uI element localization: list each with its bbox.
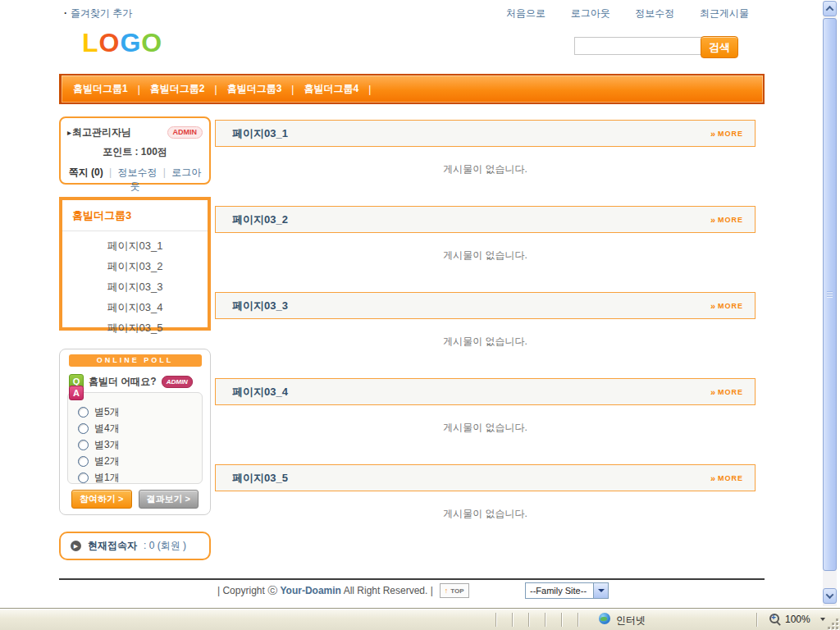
poll-result-button[interactable]: 결과보기 > bbox=[139, 490, 199, 509]
domain-link[interactable]: Your-Doamin bbox=[281, 585, 341, 596]
poll-option-label: 별3개 bbox=[94, 438, 120, 452]
status-separator bbox=[545, 613, 546, 627]
scrollbar-thumb[interactable] bbox=[823, 18, 837, 571]
poll-option-label: 별5개 bbox=[94, 405, 120, 419]
separator: | bbox=[109, 167, 112, 178]
profile-box: ▸최고관리자님 ADMIN 포인트 : 100점 쪽지 (0) | 정보수정 |… bbox=[59, 116, 211, 185]
up-arrow-icon: ↑ bbox=[445, 587, 449, 595]
sidebar-menu-title: 홈빌더그룹3 bbox=[62, 200, 208, 231]
family-site-select[interactable]: --Family Site-- bbox=[525, 582, 609, 599]
sidebar-item-page03-1[interactable]: 페이지03_1 bbox=[62, 235, 208, 256]
board-more-link[interactable]: »MORE bbox=[710, 387, 743, 397]
scroll-down-button[interactable] bbox=[823, 588, 837, 604]
board-title: 페이지03_5 bbox=[232, 471, 288, 486]
more-arrow-icon: » bbox=[710, 473, 715, 483]
board-empty-message: 게시물이 없습니다. bbox=[215, 249, 756, 262]
play-arrow-icon: ▶ bbox=[71, 541, 81, 551]
more-arrow-icon: » bbox=[710, 387, 715, 397]
family-site-value: --Family Site-- bbox=[530, 586, 587, 596]
status-separator bbox=[756, 613, 758, 627]
radio-button[interactable] bbox=[78, 407, 89, 418]
status-separator bbox=[495, 613, 497, 627]
select-dropdown-button[interactable] bbox=[593, 583, 608, 598]
poll-option: 별3개 bbox=[68, 436, 202, 453]
poll-option: 별5개 bbox=[68, 404, 202, 420]
site-logo[interactable]: LOGO bbox=[82, 28, 162, 58]
poll-option-label: 별1개 bbox=[94, 471, 120, 485]
poll-vote-button[interactable]: 참여하기 > bbox=[71, 490, 131, 509]
board-header: 페이지03_5 »MORE bbox=[215, 464, 756, 491]
admin-badge: ADMIN bbox=[167, 126, 203, 139]
board-more-link[interactable]: »MORE bbox=[710, 129, 743, 139]
board-title: 페이지03_4 bbox=[232, 385, 288, 399]
nav-group-3[interactable]: 홈빌더그룹3 bbox=[227, 82, 282, 96]
sidebar-item-page03-3[interactable]: 페이지03_3 bbox=[62, 276, 208, 297]
visitors-value: : 0 (회원 ) bbox=[144, 539, 186, 553]
vertical-scrollbar[interactable] bbox=[823, 1, 837, 606]
radio-button[interactable] bbox=[78, 456, 89, 467]
radio-button[interactable] bbox=[78, 472, 89, 483]
nav-separator: | bbox=[215, 84, 217, 95]
nav-separator: | bbox=[138, 84, 140, 95]
memo-link[interactable]: 쪽지 (0) bbox=[69, 167, 103, 178]
status-separator bbox=[528, 613, 530, 627]
footer-divider bbox=[59, 578, 765, 580]
poll-options-box: 별5개 별4개 별3개 별2개 별1개 bbox=[67, 392, 203, 484]
board-empty-message: 게시물이 없습니다. bbox=[215, 507, 756, 521]
internet-globe-icon bbox=[599, 613, 610, 624]
board-more-link[interactable]: »MORE bbox=[710, 301, 743, 311]
nav-separator: | bbox=[291, 84, 294, 95]
resize-grip[interactable] bbox=[827, 618, 838, 629]
logo-letter: O bbox=[141, 28, 162, 57]
board-title: 페이지03_3 bbox=[232, 299, 288, 313]
scroll-up-button[interactable] bbox=[823, 1, 837, 16]
board-header: 페이지03_2 »MORE bbox=[215, 206, 756, 233]
poll-admin-badge: ADMIN bbox=[162, 376, 193, 388]
browser-page: ·즐겨찾기 추가 처음으로 로그아웃 정보수정 최근게시물 LOGO 검색 홈빌… bbox=[0, 0, 840, 630]
chevron-down-icon bbox=[826, 591, 834, 599]
search-button[interactable]: 검색 bbox=[701, 36, 738, 58]
board-header: 페이지03_3 »MORE bbox=[215, 292, 756, 319]
search-input[interactable] bbox=[574, 37, 702, 55]
more-arrow-icon: » bbox=[710, 215, 715, 225]
sidebar-item-page03-5[interactable]: 페이지03_5 bbox=[62, 317, 208, 338]
board-more-link[interactable]: »MORE bbox=[710, 473, 743, 483]
poll-option: 별4개 bbox=[68, 420, 202, 436]
edit-info-link[interactable]: 정보수정 bbox=[118, 167, 158, 178]
nav-group-4[interactable]: 홈빌더그룹4 bbox=[304, 82, 358, 96]
scroll-top-button[interactable]: ↑ TOP bbox=[440, 583, 469, 598]
top-nav-recent-posts[interactable]: 최근게시물 bbox=[700, 7, 749, 21]
top-nav-logout[interactable]: 로그아웃 bbox=[571, 7, 610, 21]
nav-group-2[interactable]: 홈빌더그룹2 bbox=[150, 82, 205, 96]
poll-option: 별1개 bbox=[68, 469, 202, 486]
security-zone-label: 인터넷 bbox=[616, 614, 646, 628]
poll-option: 별2개 bbox=[68, 453, 202, 469]
nav-separator: | bbox=[368, 84, 371, 95]
more-arrow-icon: » bbox=[710, 301, 715, 311]
visitors-label: 현재접속자 bbox=[88, 539, 137, 553]
copyright-text: | Copyright ⓒ Your-Doamin All Right Rese… bbox=[217, 584, 433, 598]
logo-letter: O bbox=[99, 28, 121, 57]
bullet-icon: · bbox=[64, 7, 67, 19]
add-favorites-link[interactable]: ·즐겨찾기 추가 bbox=[64, 7, 132, 21]
footer: | Copyright ⓒ Your-Doamin All Right Rese… bbox=[217, 583, 469, 598]
sidebar-menu-box: 홈빌더그룹3 페이지03_1 페이지03_2 페이지03_3 페이지03_4 페… bbox=[59, 197, 211, 331]
radio-button[interactable] bbox=[78, 440, 89, 450]
user-name: ▸최고관리자님 bbox=[67, 126, 131, 139]
logo-letter: L bbox=[82, 28, 99, 57]
chevron-up-icon bbox=[826, 6, 834, 14]
search-button-label: 검색 bbox=[709, 40, 730, 55]
cursor-arrow-icon: ▸ bbox=[67, 128, 71, 137]
top-nav-edit-info[interactable]: 정보수정 bbox=[635, 7, 674, 21]
board-title: 페이지03_1 bbox=[232, 126, 288, 141]
top-nav-home[interactable]: 처음으로 bbox=[506, 7, 546, 21]
current-visitors-box[interactable]: ▶ 현재접속자 : 0 (회원 ) bbox=[59, 532, 211, 560]
sidebar-item-page03-2[interactable]: 페이지03_2 bbox=[62, 256, 208, 276]
zoom-magnifier-icon bbox=[769, 614, 779, 623]
nav-group-1[interactable]: 홈빌더그룹1 bbox=[73, 82, 128, 96]
sidebar-item-page03-4[interactable]: 페이지03_4 bbox=[62, 297, 208, 317]
radio-button[interactable] bbox=[78, 423, 89, 434]
zoom-dropdown-caret-icon[interactable] bbox=[820, 618, 825, 621]
board-more-link[interactable]: »MORE bbox=[710, 215, 743, 225]
board-header: 페이지03_4 »MORE bbox=[215, 378, 756, 405]
